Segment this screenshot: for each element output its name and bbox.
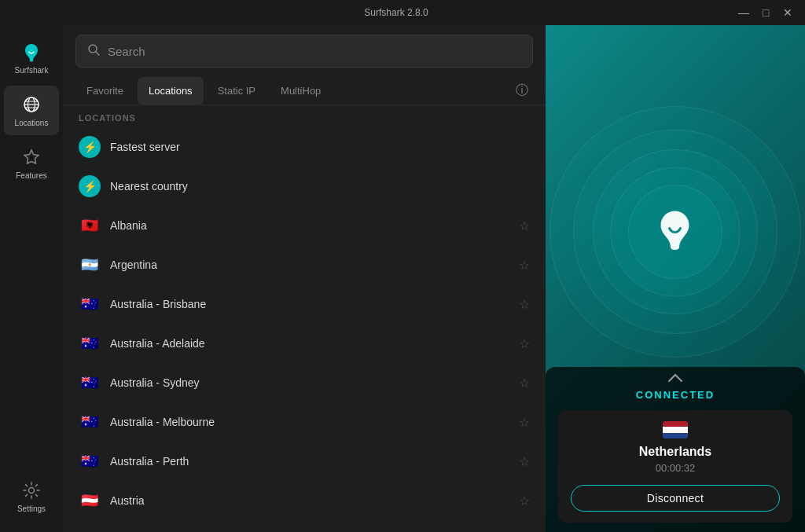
sidebar-locations-label: Locations bbox=[15, 119, 49, 127]
sidebar-item-locations[interactable]: Locations bbox=[4, 86, 59, 135]
titlebar-title: Surfshark 2.8.0 bbox=[57, 7, 736, 18]
vpn-timer: 00:00:32 bbox=[656, 462, 696, 474]
au-adelaide-star[interactable]: ☆ bbox=[519, 336, 530, 351]
fastest-icon: ⚡ bbox=[79, 136, 101, 158]
location-list: LOCATIONS ⚡ Fastest server ⚡ Nearest cou… bbox=[63, 105, 546, 532]
sidebar-features-label: Features bbox=[16, 171, 46, 180]
au-perth-star[interactable]: ☆ bbox=[519, 454, 530, 469]
minimize-button[interactable]: — bbox=[736, 5, 752, 20]
list-item-argentina[interactable]: 🇦🇷 Argentina ☆ bbox=[63, 245, 546, 284]
austria-flag: 🇦🇹 bbox=[79, 490, 101, 512]
tabs-container: Favorite Locations Static IP MultiHop ⓘ bbox=[63, 77, 546, 105]
list-item-au-melbourne[interactable]: 🇦🇺 Australia - Melbourne ☆ bbox=[63, 402, 546, 442]
tab-locations[interactable]: Locations bbox=[138, 77, 204, 105]
list-item-au-sydney[interactable]: 🇦🇺 Australia - Sydney ☆ bbox=[63, 363, 546, 402]
au-perth-name: Australia - Perth bbox=[110, 455, 509, 468]
titlebar: Surfshark 2.8.0 — □ ✕ bbox=[0, 0, 805, 25]
au-melbourne-name: Australia - Melbourne bbox=[110, 416, 509, 428]
argentina-flag: 🇦🇷 bbox=[79, 254, 101, 276]
fastest-label: Fastest server bbox=[110, 141, 530, 153]
list-item-austria[interactable]: 🇦🇹 Austria ☆ bbox=[63, 481, 546, 520]
au-adelaide-name: Australia - Adelaide bbox=[110, 337, 509, 350]
au-sydney-star[interactable]: ☆ bbox=[519, 376, 530, 391]
sidebar-item-features[interactable]: Features bbox=[4, 138, 59, 188]
main-layout: Surfshark Locations Featur bbox=[0, 25, 805, 532]
vpn-logo bbox=[650, 204, 701, 259]
search-input[interactable] bbox=[108, 45, 521, 58]
surfshark-logo-icon bbox=[20, 41, 42, 63]
argentina-star[interactable]: ☆ bbox=[519, 258, 530, 273]
tab-static-ip[interactable]: Static IP bbox=[207, 77, 266, 105]
albania-star[interactable]: ☆ bbox=[519, 218, 530, 233]
au-sydney-name: Australia - Sydney bbox=[110, 376, 509, 389]
au-brisbane-name: Australia - Brisbane bbox=[110, 298, 509, 310]
au-sydney-flag: 🇦🇺 bbox=[79, 372, 101, 394]
tab-favorite[interactable]: Favorite bbox=[75, 77, 134, 105]
svg-line-7 bbox=[96, 52, 99, 55]
titlebar-controls: — □ ✕ bbox=[736, 5, 796, 20]
vpn-chevron-button[interactable] bbox=[546, 367, 805, 389]
maximize-button[interactable]: □ bbox=[758, 5, 774, 20]
nearest-icon: ⚡ bbox=[79, 175, 101, 197]
info-icon[interactable]: ⓘ bbox=[511, 80, 533, 102]
nearest-label: Nearest country bbox=[110, 180, 530, 193]
netherlands-flag bbox=[663, 421, 688, 438]
sidebar-settings-label: Settings bbox=[17, 504, 46, 513]
albania-name: Albania bbox=[110, 219, 509, 232]
vpn-status-label: CONNECTED bbox=[546, 389, 805, 401]
argentina-name: Argentina bbox=[110, 259, 509, 271]
vpn-country-name: Netherlands bbox=[639, 445, 711, 459]
search-bar bbox=[75, 35, 533, 68]
close-button[interactable]: ✕ bbox=[780, 5, 796, 20]
au-melbourne-star[interactable]: ☆ bbox=[519, 415, 530, 430]
gear-icon bbox=[20, 479, 42, 501]
search-container bbox=[63, 25, 546, 77]
vpn-info-card: Netherlands 00:00:32 Disconnect bbox=[558, 410, 792, 523]
au-perth-flag: 🇦🇺 bbox=[79, 450, 101, 472]
features-icon bbox=[20, 146, 42, 168]
au-adelaide-flag: 🇦🇺 bbox=[79, 332, 101, 354]
list-item-belgium[interactable]: 🇧🇪 Belgium ☆ bbox=[63, 520, 546, 532]
vpn-panel: CONNECTED Netherlands 00:00:32 Disconnec… bbox=[546, 25, 805, 532]
svg-point-5 bbox=[29, 488, 35, 493]
au-brisbane-star[interactable]: ☆ bbox=[519, 297, 530, 312]
list-item-au-adelaide[interactable]: 🇦🇺 Australia - Adelaide ☆ bbox=[63, 324, 546, 363]
sidebar-surfshark-label: Surfshark bbox=[15, 66, 49, 75]
list-item-nearest[interactable]: ⚡ Nearest country bbox=[63, 167, 546, 206]
content-panel: Favorite Locations Static IP MultiHop ⓘ … bbox=[63, 25, 546, 532]
albania-flag: 🇦🇱 bbox=[79, 215, 101, 237]
list-item-au-perth[interactable]: 🇦🇺 Australia - Perth ☆ bbox=[63, 442, 546, 481]
austria-star[interactable]: ☆ bbox=[519, 493, 530, 508]
section-header-locations: LOCATIONS bbox=[63, 105, 546, 127]
disconnect-button[interactable]: Disconnect bbox=[571, 485, 780, 512]
belgium-flag: 🇧🇪 bbox=[79, 529, 101, 532]
sidebar-item-surfshark[interactable]: Surfshark bbox=[4, 33, 59, 83]
tab-multihop[interactable]: MultiHop bbox=[270, 77, 332, 105]
au-brisbane-flag: 🇦🇺 bbox=[79, 293, 101, 315]
list-item-albania[interactable]: 🇦🇱 Albania ☆ bbox=[63, 206, 546, 245]
vpn-bottom-panel: CONNECTED Netherlands 00:00:32 Disconnec… bbox=[546, 367, 805, 532]
search-icon bbox=[87, 43, 100, 59]
sidebar: Surfshark Locations Featur bbox=[0, 25, 63, 532]
globe-icon bbox=[20, 94, 42, 116]
list-item-au-brisbane[interactable]: 🇦🇺 Australia - Brisbane ☆ bbox=[63, 284, 546, 324]
austria-name: Austria bbox=[110, 494, 509, 507]
au-melbourne-flag: 🇦🇺 bbox=[79, 411, 101, 433]
list-item-fastest[interactable]: ⚡ Fastest server bbox=[63, 127, 546, 167]
sidebar-item-settings[interactable]: Settings bbox=[4, 471, 59, 521]
